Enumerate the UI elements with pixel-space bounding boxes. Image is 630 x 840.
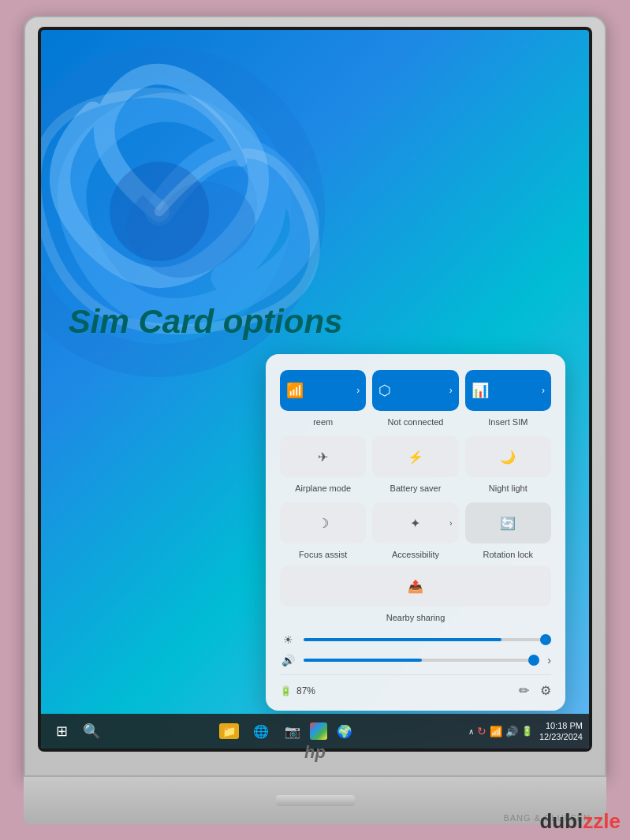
tray-refresh: ↻ bbox=[477, 725, 486, 737]
brightness-slider[interactable] bbox=[304, 638, 551, 641]
row3-labels: Focus assist Accessibility Rotation lock bbox=[280, 550, 551, 559]
battery-icon: 🔋 bbox=[280, 685, 292, 696]
airplane-label: Airplane mode bbox=[280, 483, 366, 493]
dubizzle-text: dubi bbox=[539, 809, 583, 833]
taskbar-app-files[interactable]: 📁 bbox=[215, 717, 244, 745]
taskbar-center: 📁 🌐 📷 🌍 bbox=[215, 717, 359, 745]
volume-fill bbox=[304, 659, 422, 662]
edit-icon[interactable]: ✏ bbox=[519, 683, 529, 698]
accessibility-label: Accessibility bbox=[372, 550, 458, 559]
laptop-frame: Sim Card options 📶 › ⬡ › 📊 › bbox=[24, 16, 606, 777]
taskbar-clock[interactable]: 10:18 PM 12/23/2024 bbox=[539, 720, 583, 743]
settings-icon[interactable]: ⚙ bbox=[540, 683, 551, 698]
connectivity-labels: reem Not connected Insert SIM bbox=[280, 417, 551, 427]
wifi-label: reem bbox=[280, 417, 366, 427]
brightness-thumb bbox=[540, 634, 551, 645]
nearby-sharing-label: Nearby sharing bbox=[280, 613, 551, 622]
wifi-arrow: › bbox=[356, 385, 360, 396]
airplane-icon: ✈ bbox=[318, 450, 328, 465]
bluetooth-icon: ⬡ bbox=[378, 382, 391, 399]
battery-saver-icon: ⚡ bbox=[408, 450, 423, 465]
volume-icon: 🔊 bbox=[280, 654, 296, 666]
night-light-button[interactable]: 🌙 bbox=[465, 436, 551, 477]
rotation-lock-button[interactable]: 🔄 bbox=[465, 502, 551, 543]
focus-assist-label: Focus assist bbox=[280, 550, 366, 559]
battery-percent: 87% bbox=[296, 685, 315, 696]
tray-wifi[interactable]: 📶 bbox=[490, 726, 502, 737]
signal-icon: 📊 bbox=[472, 382, 489, 399]
volume-slider-row: 🔊 › bbox=[280, 654, 551, 666]
taskbar-right: ∧ ↻ 📶 🔊 🔋 10:18 PM 12/23/2024 bbox=[468, 720, 583, 743]
brightness-icon: ☀ bbox=[280, 633, 296, 646]
system-tray: ∧ ↻ 📶 🔊 🔋 bbox=[468, 725, 533, 737]
row4-labels: Nearby sharing bbox=[280, 613, 551, 622]
dubizzle-text-2: zzle bbox=[583, 809, 621, 833]
focus-assist-icon: ☽ bbox=[318, 516, 329, 531]
wifi-button[interactable]: 📶 › bbox=[280, 370, 366, 411]
taskbar-start-button[interactable]: ⊞ bbox=[47, 717, 76, 745]
brightness-slider-row: ☀ bbox=[280, 633, 551, 646]
tray-chevron[interactable]: ∧ bbox=[468, 727, 474, 736]
qs-bottom-bar: 🔋 87% ✏ ⚙ bbox=[280, 674, 551, 698]
qs-bottom-icons: ✏ ⚙ bbox=[519, 683, 551, 698]
taskbar-app-edge[interactable]: 🌐 bbox=[247, 717, 275, 745]
battery-saver-label: Battery saver bbox=[372, 483, 458, 493]
taskbar-app-windows[interactable] bbox=[310, 722, 327, 740]
rotation-lock-label: Rotation lock bbox=[465, 550, 551, 559]
airplane-button[interactable]: ✈ bbox=[280, 436, 366, 477]
dubizzle-logo: dubizzle bbox=[539, 809, 621, 834]
night-light-icon: 🌙 bbox=[500, 450, 516, 465]
sim-arrow: › bbox=[542, 385, 545, 396]
tray-volume[interactable]: 🔊 bbox=[505, 726, 518, 737]
modes-labels: Airplane mode Battery saver Night light bbox=[280, 483, 551, 493]
connectivity-row: 📶 › ⬡ › 📊 › bbox=[280, 370, 551, 411]
taskbar-search[interactable]: 🔍 bbox=[77, 717, 106, 745]
nearby-sharing-button[interactable]: 📤 bbox=[280, 566, 551, 607]
night-light-label: Night light bbox=[465, 483, 551, 493]
wifi-icon: 📶 bbox=[286, 382, 304, 399]
rotation-lock-icon: 🔄 bbox=[500, 516, 516, 531]
row4: 📤 bbox=[280, 566, 551, 607]
taskbar-app-chrome[interactable]: 🌍 bbox=[330, 717, 359, 745]
hp-logo: hp bbox=[304, 742, 326, 763]
bluetooth-arrow: › bbox=[449, 385, 453, 396]
row3: ☽ ✦ › 🔄 bbox=[280, 502, 551, 543]
sim-button[interactable]: 📊 › bbox=[465, 370, 551, 411]
volume-thumb bbox=[528, 655, 539, 666]
quick-settings-panel: 📶 › ⬡ › 📊 › reem Not connected Ins bbox=[266, 354, 565, 711]
windows-swirl bbox=[41, 46, 325, 377]
taskbar-app-camera[interactable]: 📷 bbox=[278, 717, 307, 745]
accessibility-arrow: › bbox=[449, 518, 453, 528]
nearby-sharing-icon: 📤 bbox=[408, 579, 423, 594]
battery-info: 🔋 87% bbox=[280, 685, 315, 696]
bluetooth-button[interactable]: ⬡ › bbox=[372, 370, 458, 411]
screen-bezel: Sim Card options 📶 › ⬡ › 📊 › bbox=[38, 27, 592, 752]
screen: Sim Card options 📶 › ⬡ › 📊 › bbox=[41, 30, 589, 749]
taskbar-left: ⊞ 🔍 bbox=[47, 717, 106, 745]
sim-label: Insert SIM bbox=[465, 417, 551, 427]
accessibility-icon: ✦ bbox=[410, 516, 420, 531]
battery-saver-button[interactable]: ⚡ bbox=[372, 436, 458, 477]
bluetooth-label: Not connected bbox=[372, 417, 458, 427]
brightness-fill bbox=[304, 638, 501, 641]
focus-assist-button[interactable]: ☽ bbox=[280, 502, 366, 543]
volume-arrow[interactable]: › bbox=[547, 654, 551, 666]
clock-time: 10:18 PM bbox=[539, 720, 583, 731]
volume-slider[interactable] bbox=[304, 659, 539, 662]
accessibility-button[interactable]: ✦ › bbox=[372, 502, 458, 543]
tray-battery: 🔋 bbox=[521, 726, 533, 737]
hinge bbox=[276, 795, 355, 806]
modes-row: ✈ ⚡ 🌙 bbox=[280, 436, 551, 477]
clock-date: 12/23/2024 bbox=[539, 731, 583, 742]
